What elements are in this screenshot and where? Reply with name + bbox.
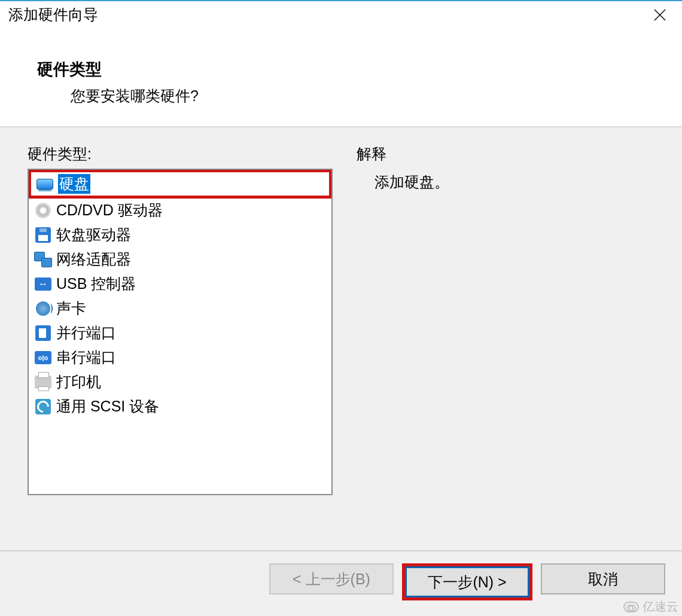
hardware-type-label: 硬件类型:	[28, 144, 333, 164]
next-button[interactable]: 下一步(N) >	[405, 566, 529, 597]
close-button[interactable]	[646, 5, 674, 25]
list-item-label: 网络适配器	[56, 249, 131, 269]
cancel-button[interactable]: 取消	[541, 563, 665, 594]
cd-dvd-icon	[34, 201, 53, 220]
parallel-port-icon	[34, 324, 53, 343]
page-subheading: 您要安装哪类硬件?	[37, 86, 658, 106]
dialog-body: 硬件类型: 硬盘 CD/DVD 驱动器 软盘驱动器 网络适配器	[0, 127, 682, 550]
dialog-title: 添加硬件向导	[8, 5, 98, 25]
scsi-icon	[34, 397, 53, 416]
next-button-highlight: 下一步(N) >	[402, 563, 532, 600]
list-item-label: 并行端口	[56, 323, 116, 343]
list-item-parallel-port[interactable]: 并行端口	[29, 321, 331, 345]
list-item-label: 声卡	[56, 298, 86, 318]
add-hardware-wizard-dialog: 添加硬件向导 硬件类型 您要安装哪类硬件? 硬件类型: 硬盘 CD/DVD 驱动…	[0, 0, 682, 616]
list-item-sound-card[interactable]: 声卡	[29, 296, 331, 321]
close-icon	[653, 8, 666, 22]
list-item-label: 硬盘	[58, 174, 90, 194]
sound-card-icon	[34, 299, 53, 318]
serial-port-icon: o|o	[34, 348, 53, 367]
list-item-printer[interactable]: 打印机	[29, 370, 331, 394]
list-item-cd-dvd-drive[interactable]: CD/DVD 驱动器	[29, 198, 331, 222]
list-item-label: USB 控制器	[56, 274, 136, 294]
hardware-type-listbox[interactable]: 硬盘 CD/DVD 驱动器 软盘驱动器 网络适配器 ↔ USB 控制器	[28, 169, 333, 495]
header-panel: 硬件类型 您要安装哪类硬件?	[0, 45, 682, 126]
explanation-label: 解释	[357, 144, 654, 164]
hardware-type-column: 硬件类型: 硬盘 CD/DVD 驱动器 软盘驱动器 网络适配器	[28, 144, 333, 533]
explanation-text: 添加硬盘。	[357, 169, 654, 192]
list-item-generic-scsi[interactable]: 通用 SCSI 设备	[29, 394, 331, 419]
list-item-label: 软盘驱动器	[56, 225, 131, 245]
list-item-label: 通用 SCSI 设备	[56, 397, 159, 416]
dialog-footer: < 上一步(B) 下一步(N) > 取消	[0, 550, 682, 616]
list-item-serial-port[interactable]: o|o 串行端口	[29, 345, 331, 370]
network-adapter-icon	[34, 250, 53, 269]
list-item-label: 串行端口	[56, 347, 116, 367]
back-button: < 上一步(B)	[269, 563, 394, 594]
titlebar: 添加硬件向导	[0, 1, 682, 45]
list-item-network-adapter[interactable]: 网络适配器	[29, 247, 331, 272]
list-item-floppy-drive[interactable]: 软盘驱动器	[29, 222, 331, 247]
hard-disk-icon	[35, 175, 54, 194]
explanation-column: 解释 添加硬盘。	[357, 144, 654, 533]
page-heading: 硬件类型	[37, 59, 658, 80]
list-item-label: 打印机	[56, 372, 101, 392]
usb-icon: ↔	[34, 275, 53, 294]
list-item-hard-disk[interactable]: 硬盘	[28, 169, 332, 199]
printer-icon	[34, 373, 53, 392]
list-item-label: CD/DVD 驱动器	[56, 200, 163, 220]
floppy-icon	[34, 225, 53, 245]
list-item-usb-controller[interactable]: ↔ USB 控制器	[29, 272, 331, 296]
